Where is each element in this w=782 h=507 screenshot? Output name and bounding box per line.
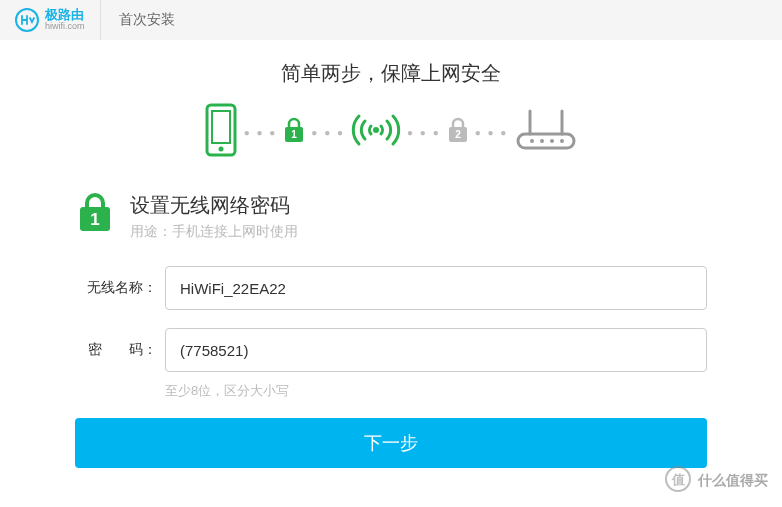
password-input[interactable] (165, 328, 707, 372)
header-title: 首次安装 (101, 11, 193, 29)
svg-rect-2 (212, 111, 230, 143)
ssid-label: 无线名称： (75, 279, 165, 297)
svg-point-6 (373, 127, 379, 133)
diagram-dots: ● ● ● (244, 127, 278, 138)
lock-active-icon: 1 (283, 117, 305, 147)
wifi-icon (351, 108, 401, 156)
step-title: 设置无线网络密码 (130, 192, 298, 219)
next-button[interactable]: 下一步 (75, 418, 707, 468)
diagram-dots: ● ● ● (475, 127, 509, 138)
phone-icon (204, 102, 238, 162)
ssid-input[interactable] (165, 266, 707, 310)
watermark-text: 什么值得买 (698, 472, 768, 490)
logo-brand: 极路由 (45, 8, 85, 22)
svg-text:1: 1 (292, 129, 298, 140)
password-label: 密 码： (75, 341, 165, 359)
step-header: 1 设置无线网络密码 用途：手机连接上网时使用 (75, 192, 707, 241)
svg-text:1: 1 (90, 210, 99, 229)
password-hint: 至少8位，区分大小写 (165, 382, 707, 400)
page-headline: 简单两步，保障上网安全 (75, 60, 707, 87)
svg-point-3 (218, 147, 223, 152)
diagram-dots: ● ● ● (407, 127, 441, 138)
logo-area: 极路由 hiwifi.com (0, 0, 101, 40)
lock-inactive-icon: 2 (447, 117, 469, 147)
header-bar: 极路由 hiwifi.com 首次安装 (0, 0, 782, 40)
watermark-icon: 值 (664, 465, 692, 497)
steps-diagram: ● ● ● 1 ● ● ● ● ● ● 2 ● ● ● (75, 102, 707, 162)
svg-text:2: 2 (455, 129, 461, 140)
svg-point-14 (550, 139, 554, 143)
watermark: 值 什么值得买 (664, 465, 768, 497)
svg-point-15 (560, 139, 564, 143)
diagram-dots: ● ● ● (311, 127, 345, 138)
hiwifi-logo-icon (15, 8, 39, 32)
router-icon (514, 108, 578, 156)
svg-point-13 (540, 139, 544, 143)
svg-rect-11 (518, 134, 574, 148)
svg-text:值: 值 (671, 472, 685, 487)
step-description: 用途：手机连接上网时使用 (130, 223, 298, 241)
logo-sub: hiwifi.com (45, 22, 85, 32)
svg-point-12 (530, 139, 534, 143)
step-badge-icon: 1 (75, 192, 115, 232)
